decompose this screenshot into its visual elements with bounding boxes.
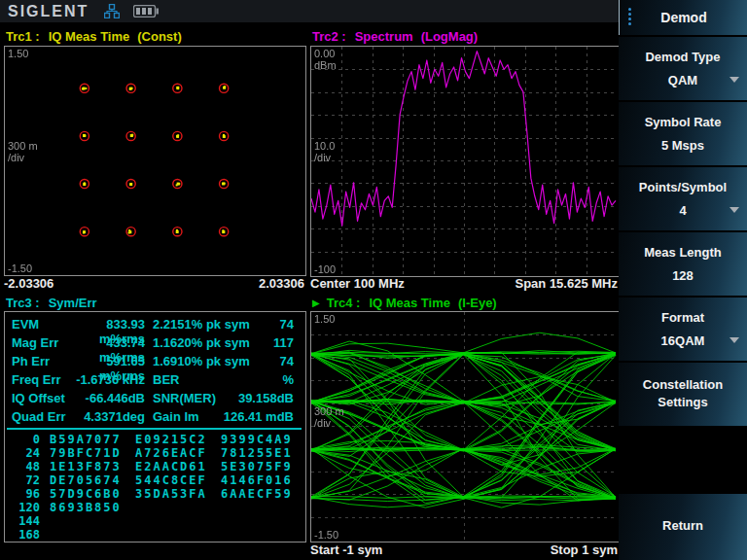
trc4-scale-top: 1.50 — [314, 313, 335, 325]
trc4-axis-labels: Start -1 sym Stop 1 sym — [310, 542, 618, 557]
softkey-demod-type[interactable]: Demod Type QAM — [619, 37, 747, 100]
trc2-span: Span 15.625 MHz — [516, 276, 619, 291]
symbol-row: 9657D9C6B0 35DA53FA6AAECF59 — [5, 487, 303, 501]
spectrum-canvas — [311, 47, 617, 274]
softkey-meas-length[interactable]: Meas Length 128 — [619, 232, 747, 296]
trc1-mode: (Const) — [137, 29, 182, 44]
softkey-format[interactable]: Format 16QAM — [619, 298, 747, 361]
trc2-center-freq: Center 100 MHz — [310, 276, 405, 291]
trc4-mode: (I-Eye) — [458, 296, 497, 310]
trc2-axis-labels: Center 100 MHz Span 15.625 MHz — [310, 276, 618, 291]
spectrum-panel: 0.00dBm 10.0/div -100 — [310, 46, 620, 277]
trc3-name: Sym/Err — [49, 296, 97, 310]
trc1-name: IQ Meas Time — [49, 29, 130, 44]
active-trace-arrow-icon: ▶ — [312, 298, 320, 308]
trc4-stop: Stop 1 sym — [551, 542, 618, 557]
eye-diagram-canvas — [311, 312, 617, 540]
constellation-canvas — [5, 47, 303, 273]
lan-network-icon — [104, 4, 120, 18]
trc1-title[interactable]: Trc1 :IQ Meas Time(Const) — [6, 29, 182, 45]
softkey-symbol-rate[interactable]: Symbol Rate 5 Msps — [619, 102, 747, 165]
trc2-scale-top: 0.00dBm — [314, 48, 337, 71]
symbol-row: 72DE705674 544C8CEF4146F016 — [5, 473, 303, 487]
trc2-mode: (LogMag) — [421, 29, 478, 44]
battery-icon — [133, 5, 159, 18]
trc1-x-min: -2.03306 — [4, 276, 53, 291]
trc1-x-max: 2.03306 — [259, 276, 304, 291]
stat-row-quaderr: Quad Err4.3371deg Gain Im126.41 mdB — [5, 409, 303, 428]
softkey-menu: Demod Demod Type QAM Symbol Rate 5 Msps … — [619, 0, 747, 560]
symbol-row: 168 — [5, 528, 303, 542]
stat-row-evm: EVM833.93 m%rms 2.2151% pk sym74 — [5, 317, 303, 335]
softkey-constellation-settings[interactable]: Constellation Settings — [619, 363, 747, 426]
constellation-panel: 1.50 300 m/div -1.50 — [4, 46, 306, 276]
trc4-name: IQ Meas Time — [369, 296, 450, 310]
stat-row-magerr: Mag Err433.74 m%rms 1.1620% pk sym117 — [5, 335, 303, 354]
trc2-scale-perdiv: 10.0/div — [314, 140, 335, 163]
trc4-start: Start -1 sym — [310, 542, 382, 557]
trc2-scale-bottom: -100 — [314, 263, 336, 275]
trc2-name: Spectrum — [355, 29, 413, 44]
stat-row-freqerr: Freq Err-1.6736 kHz BER% — [5, 372, 303, 391]
eye-diagram-panel: 1.50 300 m/div -1.50 — [310, 311, 620, 542]
trc1-scale-perdiv: 300 m/div — [8, 140, 38, 163]
chevron-down-icon — [729, 77, 739, 83]
trc2-label: Trc2 : — [312, 29, 346, 44]
stat-row-iqoffset: IQ Offset-66.446dB SNR(MER)39.158dB — [5, 391, 303, 409]
trc4-scale-perdiv: 300 m/div — [314, 405, 344, 429]
symbol-row: 2479BFC71D A726EACF781255E1 — [5, 446, 303, 460]
trc2-title[interactable]: Trc2 :Spectrum(LogMag) — [312, 29, 478, 45]
menu-title: Demod — [620, 10, 747, 25]
trc1-scale-bottom: -1.50 — [8, 262, 32, 274]
chevron-down-icon — [729, 207, 739, 213]
symbol-row: 0B59A7077 E09215C29399C4A9 — [5, 433, 303, 446]
trc4-label: Trc4 : — [327, 296, 361, 310]
symerr-panel: EVM833.93 m%rms 2.2151% pk sym74 Mag Err… — [4, 311, 306, 542]
symbol-row: 1208693B850 — [5, 501, 303, 514]
menu-header-demod[interactable]: Demod — [619, 0, 747, 35]
siglent-logo: SIGLENT — [8, 3, 89, 20]
chevron-down-icon — [729, 337, 739, 343]
table-separator — [7, 428, 302, 430]
return-button[interactable]: Return — [619, 494, 747, 560]
trc1-label: Trc1 : — [6, 29, 40, 44]
analyzer-screen: SIGLENT Trc1 :IQ Meas Time(Const) 1.50 3… — [0, 0, 747, 560]
symbol-row: 144 — [5, 514, 303, 528]
trc4-scale-bottom: -1.50 — [314, 529, 338, 541]
stat-row-pherr: Ph Err591.65 m%rms 1.6910% pk sym74 — [5, 354, 303, 372]
trc4-title[interactable]: ▶Trc4 :IQ Meas Time(I-Eye) — [312, 296, 497, 311]
trc3-title[interactable]: Trc3 :Sym/Err — [6, 296, 97, 311]
symbol-row: 481E13F873 E2AACD615E3075F9 — [5, 460, 303, 473]
softkey-points-per-symbol[interactable]: Points/Symbol 4 — [619, 167, 747, 230]
top-status-bar: SIGLENT — [0, 0, 619, 22]
trc1-scale-top: 1.50 — [8, 48, 28, 59]
trc3-label: Trc3 : — [6, 296, 40, 310]
trc1-axis-labels: -2.03306 2.03306 — [4, 276, 304, 291]
